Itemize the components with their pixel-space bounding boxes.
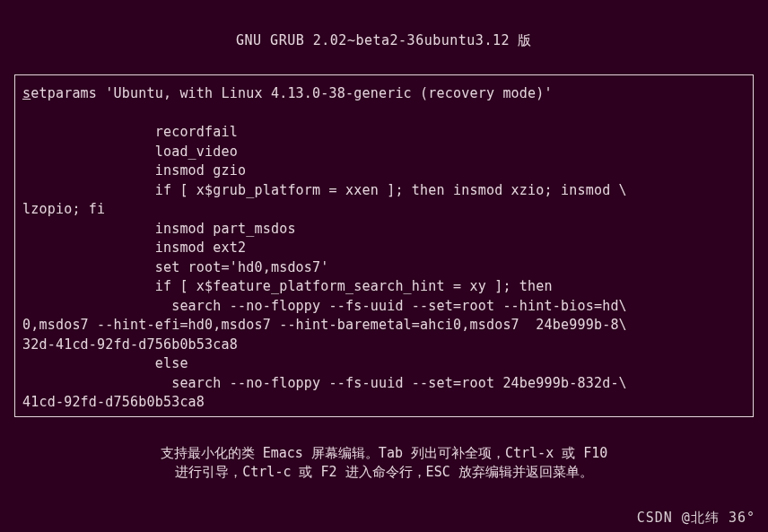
watermark: CSDN @北纬 36° [637,510,755,527]
scroll-down-icon: ↓ [753,392,754,411]
code-body: etparams 'Ubuntu, with Linux 4.13.0-38-g… [22,85,627,410]
grub-header: GNU GRUB 2.02~beta2-36ubuntu3.12 版 [0,0,768,64]
grub-editor[interactable]: setparams 'Ubuntu, with Linux 4.13.0-38-… [14,74,754,417]
grub-title: GNU GRUB 2.02~beta2-36ubuntu3.12 版 [236,32,532,48]
help-line-1: 支持最小化的类 Emacs 屏幕编辑。Tab 列出可补全项，Ctrl-x 或 F… [54,444,714,463]
help-line-2: 进行引导，Ctrl-c 或 F2 进入命令行，ESC 放弃编辑并返回菜单。 [54,463,714,482]
grub-code[interactable]: setparams 'Ubuntu, with Linux 4.13.0-38-… [22,84,747,413]
help-text: 支持最小化的类 Emacs 屏幕编辑。Tab 列出可补全项，Ctrl-x 或 F… [54,444,714,482]
code-line-first-char: s [22,85,31,101]
